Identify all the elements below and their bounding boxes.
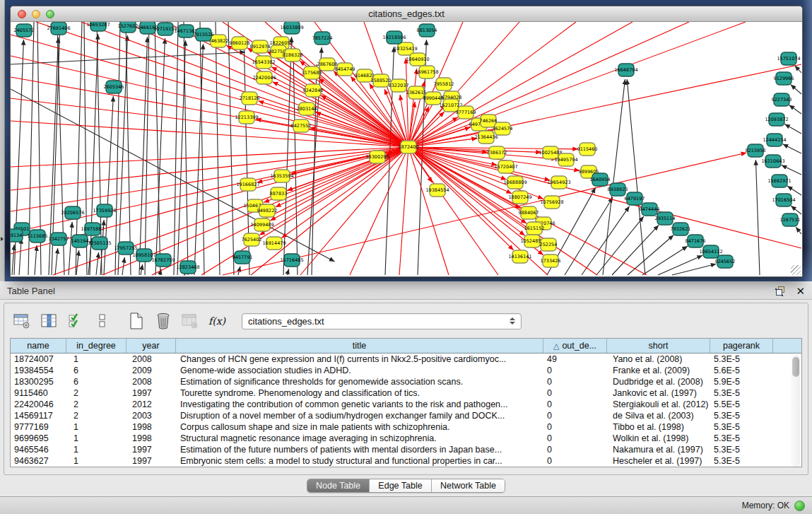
cell-title[interactable]: Genome-wide association studies in ADHD. — [176, 365, 543, 376]
graph-node[interactable]: 17359928 — [93, 204, 116, 217]
table-row[interactable]: 1938455462009Genome-wide association stu… — [11, 365, 801, 376]
graph-node[interactable]: 7955812 — [434, 78, 454, 90]
cell-out_de[interactable]: 49 — [543, 354, 607, 365]
column-header-out_de[interactable]: △out_de... — [543, 339, 607, 353]
cell-pagerank[interactable]: 5.6E-5 — [710, 365, 773, 376]
cell-name[interactable]: 9777169 — [11, 421, 66, 433]
cell-year[interactable]: 1997 — [126, 444, 176, 455]
memory-status-icon[interactable] — [794, 501, 805, 511]
graph-node[interactable]: 7915526 — [194, 28, 214, 41]
graph-node[interactable]: 7386372 — [487, 146, 507, 159]
table-row[interactable]: 1872400712008Changes of HCN gene express… — [11, 354, 801, 365]
table-row[interactable]: 946362711997Embryonic stem cells: a mode… — [11, 455, 801, 467]
table-row[interactable]: 1830029562008Estimation of significance … — [11, 376, 801, 387]
cell-title[interactable]: Embryonic stem cells: a model to study s… — [176, 455, 543, 467]
graph-node[interactable]: 14136141 — [508, 250, 531, 263]
cell-out_de[interactable]: 0 — [543, 421, 607, 433]
cell-name[interactable]: 18300295 — [11, 376, 66, 387]
graph-node[interactable]: 9245652 — [715, 255, 736, 268]
cell-out_de[interactable]: 0 — [543, 455, 607, 467]
graph-node[interactable]: 3175685 — [302, 66, 322, 79]
graph-node[interactable]: 1872400 — [399, 141, 419, 153]
graph-node[interactable]: 2935114 — [655, 212, 676, 225]
graph-node[interactable]: 7625402 — [242, 233, 262, 246]
graph-node[interactable]: 19384554 — [425, 184, 449, 197]
cell-year[interactable]: 2008 — [126, 354, 176, 365]
table-body[interactable]: 1872400712008Changes of HCN gene express… — [11, 354, 801, 467]
graph-node[interactable]: 22420046 — [252, 71, 276, 84]
graph-node[interactable]: 9474444 — [640, 203, 660, 216]
graph-node[interactable]: 9777169 — [456, 106, 476, 119]
tab-node-table[interactable]: Node Table — [307, 479, 370, 492]
panel-divider-grip[interactable] — [1, 237, 4, 241]
delete-table-icon[interactable] — [154, 313, 172, 329]
cell-in_degree[interactable]: 1 — [66, 421, 126, 433]
cell-short[interactable]: Stergiakouli et al. (2012) — [607, 399, 710, 410]
cell-year[interactable]: 1997 — [126, 387, 176, 399]
graph-node[interactable]: 9129966 — [774, 72, 794, 85]
graph-node[interactable]: 12213399 — [235, 111, 258, 124]
cell-title[interactable]: Estimation of the future numbers of pati… — [176, 444, 543, 455]
cell-out_de[interactable]: 0 — [543, 444, 607, 455]
graph-node[interactable]: 8186328 — [283, 49, 303, 62]
graph-node[interactable]: 1733426 — [541, 255, 561, 267]
graph-node[interactable]: 1115685 — [28, 230, 48, 243]
table-row[interactable]: 1456911722003Disruption of a novel membe… — [11, 410, 801, 421]
graph-node[interactable]: 16961758 — [415, 66, 438, 78]
graph-node[interactable]: 15692971 — [767, 175, 791, 187]
column-header-in_degree[interactable]: in_degree — [66, 339, 126, 353]
show-columns-icon[interactable] — [40, 313, 58, 329]
cell-name[interactable]: 9699695 — [11, 433, 66, 444]
graph-node[interactable]: 19654923 — [547, 176, 570, 189]
graph-node[interactable]: 8912974 — [250, 40, 271, 53]
cell-name[interactable]: 14569117 — [11, 410, 66, 421]
graph-node[interactable]: 8215958 — [746, 144, 766, 157]
graph-node[interactable]: 10756928 — [540, 196, 563, 209]
table-row[interactable]: 946554611997Estimation of the future num… — [11, 444, 801, 455]
graph-node[interactable]: 12823468 — [176, 261, 199, 274]
graph-node[interactable]: 16210643 — [761, 155, 784, 168]
table-row[interactable]: 911546021997Tourette syndrome. Phenomeno… — [11, 387, 801, 399]
cell-in_degree[interactable]: 6 — [66, 376, 126, 387]
graph-node[interactable]: 15720407 — [494, 160, 517, 173]
cell-title[interactable]: Tourette syndrome. Phenomenology and cla… — [176, 387, 543, 399]
graph-node[interactable]: 887833 — [270, 187, 288, 200]
graph-node[interactable]: 9884067 — [519, 206, 539, 219]
cell-pagerank[interactable]: 5.3E-5 — [710, 354, 773, 365]
cell-name[interactable]: 18724007 — [11, 354, 66, 365]
cell-name[interactable]: 9463627 — [11, 455, 66, 467]
network-window[interactable]: citations_edges.txt 18724007463822986012… — [10, 6, 803, 277]
graph-node[interactable]: 10653287 — [86, 22, 110, 31]
cell-year[interactable]: 2012 — [126, 399, 176, 410]
graph-node[interactable]: 9457791 — [233, 251, 253, 264]
function-builder-icon[interactable]: f(x) — [208, 313, 226, 329]
column-header-year[interactable]: year — [126, 339, 176, 353]
cell-pagerank[interactable]: 5.3E-5 — [710, 433, 773, 444]
tab-edge-table[interactable]: Edge Table — [370, 479, 432, 492]
select-all-icon[interactable] — [66, 313, 85, 329]
cell-in_degree[interactable]: 1 — [66, 455, 126, 467]
graph-node[interactable]: 1167531 — [780, 214, 801, 226]
graph-node[interactable]: 252254 — [540, 238, 558, 251]
cell-short[interactable]: Jankovic et al. (1997) — [607, 387, 710, 399]
graph-node[interactable]: 8427552 — [291, 119, 312, 132]
cell-in_degree[interactable]: 6 — [66, 365, 126, 376]
window-resize-grip[interactable] — [791, 265, 801, 275]
graph-node[interactable]: 2405572 — [14, 24, 35, 37]
cell-short[interactable]: Nakamura et al. (1997) — [607, 444, 710, 455]
cell-name[interactable]: 19384554 — [11, 365, 66, 376]
cell-out_de[interactable]: 0 — [543, 410, 607, 421]
cell-year[interactable]: 1998 — [126, 433, 176, 444]
graph-node[interactable]: 16914479 — [262, 237, 286, 250]
table-scrollbar-thumb[interactable] — [792, 357, 799, 377]
cell-short[interactable]: Tibbo et al. (1998) — [607, 421, 710, 433]
graph-node[interactable]: 8454749 — [335, 63, 355, 76]
table-row[interactable]: 977716911998Corpus callosum shape and si… — [11, 421, 801, 433]
cell-year[interactable]: 2008 — [126, 376, 176, 387]
graph-node[interactable]: 10688809 — [503, 176, 526, 189]
cell-title[interactable]: Corpus callosum shape and size in male p… — [176, 421, 543, 433]
float-panel-icon[interactable] — [775, 286, 786, 296]
table-mode-icon[interactable] — [13, 313, 31, 329]
cell-short[interactable]: de Silva et al. (2003) — [607, 410, 710, 421]
graph-node[interactable]: 16353594 — [270, 170, 293, 182]
